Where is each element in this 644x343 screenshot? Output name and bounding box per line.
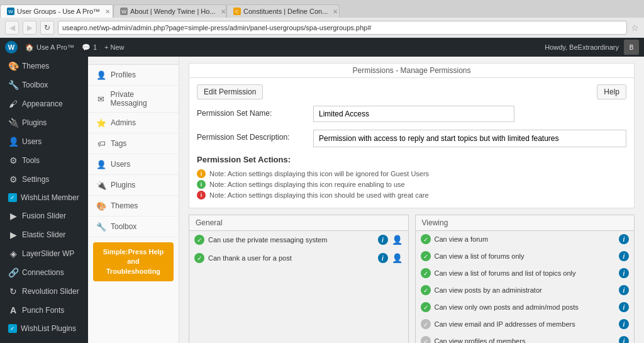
sidebar-label-users: Users bbox=[22, 137, 42, 146]
tab-usergroups[interactable]: W User Groups - Use A Pro™ ✕ bbox=[0, 4, 113, 18]
private-messaging-icon: ✉ bbox=[96, 93, 107, 104]
back-button[interactable]: ◀ bbox=[5, 21, 19, 35]
main-content: Permissions - Manage Permissions Edit Pe… bbox=[179, 57, 644, 343]
permission-row-view-forum: ✓ Can view a forum i bbox=[416, 231, 635, 248]
tab-close-3[interactable]: ✕ bbox=[333, 8, 338, 15]
tab-favicon-1: W bbox=[7, 8, 14, 15]
info-icon-view-admin-posts[interactable]: i bbox=[619, 285, 629, 295]
sp-users-label: Users bbox=[111, 160, 130, 169]
note-item-orange: i Note: Action settings displaying this … bbox=[197, 169, 626, 178]
help-button[interactable]: Help bbox=[597, 84, 626, 99]
permission-row-thank: ✓ Can thank a user for a post i 👤 bbox=[189, 249, 408, 267]
sp-plugins-icon: 🔌 bbox=[96, 179, 107, 191]
second-sidebar-private-messaging[interactable]: ✉ Private Messaging bbox=[88, 86, 179, 113]
sp-themes-icon: 🎨 bbox=[96, 200, 107, 211]
sidebar-item-layerslider[interactable]: ◈ LayerSlider WP bbox=[0, 244, 88, 263]
help-troubleshooting-btn[interactable]: Simple:Press Help and Troubleshooting bbox=[93, 242, 174, 281]
tab-close-1[interactable]: ✕ bbox=[105, 8, 110, 15]
sidebar-label-appearance: Appearance bbox=[22, 99, 63, 108]
second-sidebar-plugins[interactable]: 🔌 Plugins bbox=[88, 175, 179, 196]
tab-label-3: Constituents | Define Con... bbox=[243, 8, 328, 15]
perm-text-view-forums-topics: Can view a list of forums and list of to… bbox=[435, 269, 616, 277]
form-name-label: Permission Set Name: bbox=[197, 106, 313, 118]
connections-icon: 🔗 bbox=[8, 267, 18, 278]
info-icon-view-email-ip[interactable]: i bbox=[619, 319, 629, 329]
info-icon-view-forums-topics[interactable]: i bbox=[619, 268, 629, 278]
info-icon-view-own-posts[interactable]: i bbox=[619, 302, 629, 312]
info-icon-view-forums-only[interactable]: i bbox=[619, 251, 629, 261]
tab-close-2[interactable]: ✕ bbox=[221, 8, 226, 15]
second-sidebar-admins[interactable]: ⭐ Admins bbox=[88, 113, 179, 133]
sidebar-item-wishlist-plugins[interactable]: WishList Plugins bbox=[0, 320, 88, 337]
sidebar-label-fusion-slider: Fusion Slider bbox=[22, 211, 66, 220]
perm-check-view-admin-posts: ✓ bbox=[421, 285, 431, 295]
plus-new-item[interactable]: + New bbox=[104, 43, 125, 51]
permission-row-view-admin-posts: ✓ Can view posts by an administrator i bbox=[416, 282, 635, 299]
perm-text-view-forum: Can view a forum bbox=[435, 235, 616, 243]
form-desc-input[interactable] bbox=[313, 130, 626, 147]
sidebar-item-plugins[interactable]: 🔌 Plugins bbox=[0, 113, 88, 132]
howdy-text: Howdy, BeExtraordinary bbox=[545, 43, 619, 51]
forward-button[interactable]: ▶ bbox=[23, 21, 36, 35]
sidebar-item-appearance[interactable]: 🖌 Appearance bbox=[0, 94, 88, 113]
second-sidebar-users[interactable]: 👤 Users bbox=[88, 154, 179, 175]
plugins-icon: 🔌 bbox=[8, 118, 18, 128]
edit-permission-button[interactable]: Edit Permission bbox=[197, 84, 263, 99]
layerslider-icon: ◈ bbox=[8, 249, 18, 259]
themes-icon: 🎨 bbox=[8, 61, 18, 71]
sidebar-item-wordfence[interactable]: 🛡 Wordfence bbox=[0, 337, 88, 343]
sidebar-item-toolbox[interactable]: 🔧 Toolbox bbox=[0, 76, 88, 94]
comments-item[interactable]: 💬 1 bbox=[82, 43, 97, 52]
wp-wrapper: W 🏠 Use A Pro™ 💬 1 + New Howdy, BeExtrao… bbox=[0, 38, 644, 343]
permission-row-view-profiles: ✓ Can view profiles of members i bbox=[416, 333, 635, 343]
sidebar-item-revolution-slider[interactable]: ↻ Revolution Slider bbox=[0, 282, 88, 301]
tags-label: Tags bbox=[111, 139, 126, 148]
user-restrict-icon-thank[interactable]: 👤 bbox=[392, 252, 403, 264]
form-name-input[interactable] bbox=[313, 106, 514, 122]
perm-check-view-email-ip: ✓ bbox=[421, 319, 431, 329]
address-bar[interactable] bbox=[58, 21, 627, 35]
sidebar-item-users[interactable]: 👤 Users bbox=[0, 132, 88, 151]
sidebar-item-wishlist-member[interactable]: WishList Member bbox=[0, 189, 88, 206]
elastic-slider-icon: ▶ bbox=[8, 230, 18, 240]
second-sidebar-themes[interactable]: 🎨 Themes bbox=[88, 196, 179, 216]
info-icon-view-profiles[interactable]: i bbox=[619, 336, 629, 343]
content-header-text: Permissions - Manage Permissions bbox=[352, 66, 470, 75]
sidebar-item-tools[interactable]: ⚙ Tools bbox=[0, 151, 88, 170]
sidebar-label-punch-fonts: Punch Fonts bbox=[22, 306, 64, 315]
permission-row-view-email-ip: ✓ Can view email and IP addresses of mem… bbox=[416, 316, 635, 333]
perm-text-view-profiles: Can view profiles of members bbox=[435, 337, 616, 343]
sidebar-item-punch-fonts[interactable]: A Punch Fonts bbox=[0, 301, 88, 320]
second-sidebar-toolbox[interactable]: 🔧 Toolbox bbox=[88, 216, 179, 237]
sidebar-label-connections: Connections bbox=[22, 268, 64, 277]
site-name[interactable]: 🏠 Use A Pro™ bbox=[25, 43, 74, 52]
second-sidebar-tags[interactable]: 🏷 Tags bbox=[88, 133, 179, 154]
refresh-button[interactable]: ↻ bbox=[40, 21, 54, 35]
wp-logo[interactable]: W bbox=[5, 41, 18, 53]
info-icon-view-forum[interactable]: i bbox=[619, 234, 629, 244]
bookmark-icon[interactable]: ☆ bbox=[631, 23, 639, 33]
general-column-header: General bbox=[189, 215, 408, 231]
permission-row-pm: ✓ Can use the private messaging system i… bbox=[189, 231, 408, 249]
sidebar-item-connections[interactable]: 🔗 Connections bbox=[0, 263, 88, 282]
comment-icon: 💬 bbox=[82, 43, 91, 52]
info-icon-thank[interactable]: i bbox=[378, 253, 388, 263]
perm-check-pm: ✓ bbox=[194, 235, 204, 245]
tab-constituents[interactable]: C Constituents | Define Con... ✕ bbox=[226, 4, 340, 18]
admin-bar: W 🏠 Use A Pro™ 💬 1 + New Howdy, BeExtrao… bbox=[0, 38, 644, 57]
tab-about[interactable]: W About | Wendy Twine | Ho... ✕ bbox=[113, 4, 226, 18]
sp-toolbox-label: Toolbox bbox=[111, 222, 136, 231]
sidebar-item-elastic-slider[interactable]: ▶ Elastic Slider bbox=[0, 225, 88, 244]
second-sidebar-profiles[interactable]: 👤 Profiles bbox=[88, 65, 179, 86]
avatar: B bbox=[624, 40, 639, 55]
user-restrict-icon-pm[interactable]: 👤 bbox=[392, 234, 403, 245]
sidebar-item-settings[interactable]: ⚙ Settings bbox=[0, 170, 88, 189]
sidebar-item-themes[interactable]: 🎨 Themes bbox=[0, 57, 88, 76]
perm-text-view-admin-posts: Can view posts by an administrator bbox=[435, 286, 616, 294]
permission-row-view-forums-only: ✓ Can view a list of forums only i bbox=[416, 248, 635, 265]
sidebar-item-fusion-slider[interactable]: ▶ Fusion Slider bbox=[0, 206, 88, 225]
settings-icon: ⚙ bbox=[8, 174, 18, 184]
tab-favicon-3: C bbox=[233, 8, 241, 15]
browser-addressbar: ◀ ▶ ↻ ☆ bbox=[0, 18, 644, 38]
info-icon-pm[interactable]: i bbox=[378, 235, 388, 245]
